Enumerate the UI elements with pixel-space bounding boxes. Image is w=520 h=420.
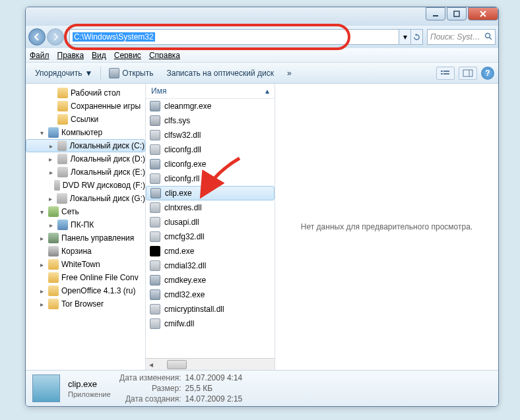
menu-edit[interactable]: Правка: [57, 51, 84, 60]
file-item[interactable]: clfsw32.dll: [146, 128, 275, 142]
tree-item[interactable]: ▸OpenOffice 4.1.3 (ru): [26, 284, 145, 297]
chevron-down-icon: ▼: [84, 69, 92, 78]
tree-item-label: ПК-ПК: [71, 220, 94, 229]
file-name: cmicryptinstall.dll: [164, 305, 224, 314]
value-size: 25,5 КБ: [185, 384, 213, 393]
tree-item[interactable]: ▸Локальный диск (C:): [26, 139, 145, 152]
organize-button[interactable]: Упорядочить ▼: [30, 67, 98, 80]
file-icon: [150, 231, 160, 242]
menu-help[interactable]: Справка: [149, 51, 180, 60]
column-header-name[interactable]: Имя ▴: [146, 84, 275, 99]
tree-item[interactable]: ▸ПК-ПК: [26, 218, 145, 231]
menu-view[interactable]: Вид: [92, 51, 106, 60]
computer-icon: [48, 127, 59, 138]
expand-toggle[interactable]: ▸: [38, 261, 46, 268]
svg-rect-9: [443, 73, 449, 75]
svg-rect-1: [454, 11, 459, 16]
scroll-button-left[interactable]: ◂: [146, 360, 156, 369]
label-modified: Дата изменения:: [119, 373, 181, 382]
expand-toggle[interactable]: ▸: [38, 235, 46, 242]
expand-toggle[interactable]: ▾: [38, 129, 46, 136]
tree-item[interactable]: ▾Сеть: [26, 205, 145, 218]
horizontal-scrollbar[interactable]: ◂: [146, 358, 275, 370]
refresh-button[interactable]: [411, 29, 423, 45]
tree-item[interactable]: ▸Локальный диск (D:): [26, 152, 145, 165]
tree-item[interactable]: DVD RW дисковод (F:): [26, 179, 145, 192]
preview-pane-button[interactable]: [459, 67, 477, 80]
file-item[interactable]: cmdial32.dll: [146, 258, 275, 273]
tree-item-label: DVD RW дисковод (F:): [63, 181, 145, 190]
file-item[interactable]: cliconfg.rll: [146, 171, 275, 186]
value-modified: 14.07.2009 4:14: [185, 373, 243, 382]
file-name: clip.exe: [165, 189, 192, 198]
file-item[interactable]: cliconfg.exe: [146, 157, 275, 171]
details-filename: clip.exe: [68, 379, 111, 389]
file-icon: [150, 304, 160, 315]
file-item[interactable]: cmcfg32.dll: [146, 229, 275, 244]
file-item[interactable]: clusapi.dll: [146, 215, 275, 229]
file-item[interactable]: clntxres.dll: [146, 200, 275, 215]
tree-item[interactable]: Корзина: [26, 245, 145, 258]
drive-icon: [57, 167, 68, 177]
file-list[interactable]: cleanmgr.execlfs.sysclfsw32.dllcliconfg.…: [146, 99, 275, 358]
expand-toggle[interactable]: ▸: [47, 156, 55, 163]
minimize-button[interactable]: [426, 7, 445, 20]
file-item[interactable]: clip.exe: [146, 186, 275, 200]
expand-toggle[interactable]: ▸: [47, 222, 55, 229]
svg-point-4: [486, 33, 490, 38]
view-options-button[interactable]: [436, 67, 455, 80]
main-area: Рабочий столСохраненные игрыСсылки▾Компь…: [26, 84, 498, 370]
svg-rect-7: [443, 71, 449, 72]
expand-toggle[interactable]: ▾: [38, 208, 46, 216]
tree-item[interactable]: ▸Панель управления: [26, 231, 145, 245]
expand-toggle[interactable]: ▸: [38, 301, 46, 308]
tree-item[interactable]: Сохраненные игры: [26, 100, 145, 113]
file-item[interactable]: clfs.sys: [146, 113, 275, 128]
explorer-window: C:\Windows\System32 ▾ Поиск: Syst… Файл …: [25, 7, 499, 407]
tree-item-label: Панель управления: [61, 233, 134, 243]
folder-icon: [48, 299, 59, 309]
file-item[interactable]: cmdl32.exe: [146, 287, 275, 302]
navigation-tree[interactable]: Рабочий столСохраненные игрыСсылки▾Компь…: [26, 84, 146, 370]
menu-tools[interactable]: Сервис: [114, 51, 141, 60]
file-item[interactable]: cmicryptinstall.dll: [146, 302, 275, 316]
file-item[interactable]: cliconfg.dll: [146, 142, 275, 157]
file-item[interactable]: cmifw.dll: [146, 316, 275, 331]
file-list-pane: Имя ▴ cleanmgr.execlfs.sysclfsw32.dllcli…: [146, 84, 275, 370]
svg-rect-6: [441, 71, 443, 72]
tree-item[interactable]: ▸WhiteTown: [26, 258, 145, 271]
help-button[interactable]: ?: [481, 67, 494, 80]
maximize-button[interactable]: [447, 7, 467, 20]
expand-toggle[interactable]: ▸: [38, 287, 46, 295]
tree-item[interactable]: ▸Локальный диск (E:): [26, 165, 145, 179]
scrollbar-thumb[interactable]: [167, 360, 187, 369]
close-button[interactable]: [468, 7, 498, 20]
file-icon: [150, 318, 160, 329]
nav-forward-button[interactable]: [47, 28, 64, 45]
burn-button[interactable]: Записать на оптический диск: [161, 67, 279, 80]
address-dropdown-button[interactable]: ▾: [399, 29, 411, 45]
toolbar-overflow[interactable]: »: [282, 67, 297, 80]
tree-item[interactable]: ▾Компьютер: [26, 126, 145, 139]
file-icon: [150, 260, 160, 271]
expand-toggle[interactable]: ▸: [47, 195, 54, 202]
file-item[interactable]: cmd.exe: [146, 244, 275, 258]
file-item[interactable]: cmdkey.exe: [146, 273, 275, 287]
expand-toggle[interactable]: ▸: [47, 169, 55, 176]
file-name: cleanmgr.exe: [164, 102, 211, 111]
search-input[interactable]: Поиск: Syst…: [427, 29, 496, 45]
expand-toggle[interactable]: ▸: [48, 142, 55, 150]
tree-item[interactable]: Ссылки: [26, 113, 145, 126]
tree-item-label: Локальный диск (C:): [69, 141, 145, 150]
file-name: cmdkey.exe: [164, 276, 206, 285]
file-name: cmifw.dll: [164, 319, 194, 328]
tree-item[interactable]: Free Online File Conv: [26, 271, 145, 284]
address-input[interactable]: C:\Windows\System32: [69, 29, 399, 45]
tree-item[interactable]: ▸Локальный диск (G:): [26, 192, 145, 205]
nav-back-button[interactable]: [28, 28, 46, 45]
tree-item[interactable]: ▸Tor Browser: [26, 297, 145, 311]
open-button[interactable]: Открыть: [104, 66, 158, 80]
menu-file[interactable]: Файл: [30, 51, 49, 60]
tree-item[interactable]: Рабочий стол: [26, 86, 145, 100]
file-item[interactable]: cleanmgr.exe: [146, 99, 275, 113]
